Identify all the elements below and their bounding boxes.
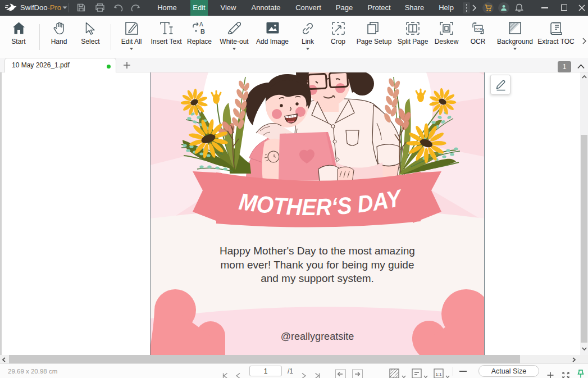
svg-text:@reallygreatsite: @reallygreatsite <box>281 331 354 342</box>
svg-text:B: B <box>200 28 205 35</box>
svg-text:A: A <box>199 22 203 28</box>
svg-text:1:1: 1:1 <box>435 372 442 377</box>
svg-text:and my support system.: and my support system. <box>261 272 374 284</box>
svg-text:mom ever! Thank you for being: mom ever! Thank you for being my guide <box>221 259 414 271</box>
svg-text:OCR: OCR <box>475 28 482 31</box>
svg-text:Happy Mother's Day to the most: Happy Mother's Day to the most amazing <box>220 245 415 257</box>
